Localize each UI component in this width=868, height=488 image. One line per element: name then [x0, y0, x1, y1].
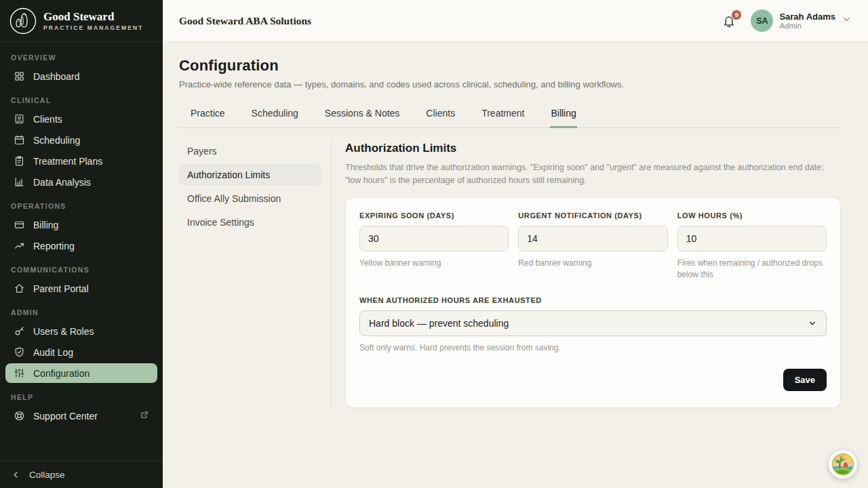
chevron-left-icon — [11, 470, 21, 480]
sidebar-item-label: Audit Log — [33, 347, 73, 358]
content: Configuration Practice-wide reference da… — [163, 42, 868, 488]
section-label-help: HELP — [0, 384, 163, 406]
billing-settings-body: Payers Authorization Limits Office Ally … — [179, 140, 841, 408]
exhausted-label: WHEN AUTHORIZED HOURS ARE EXHAUSTED — [359, 296, 827, 304]
shield-check-icon — [14, 346, 25, 358]
panel-description: Thresholds that drive the authorization … — [345, 161, 841, 188]
sidebar-item-reporting[interactable]: Reporting — [5, 236, 157, 256]
sidebar-item-label: Scheduling — [33, 135, 80, 146]
sidebar-item-dashboard[interactable]: Dashboard — [5, 66, 157, 86]
low-hours-label: LOW HOURS (%) — [677, 211, 827, 220]
tab-sessions-notes[interactable]: Sessions & Notes — [324, 102, 401, 128]
sidebar-item-scheduling[interactable]: Scheduling — [5, 130, 157, 150]
billing-subnav: Payers Authorization Limits Office Ally … — [179, 140, 331, 408]
sidebar-item-users-roles[interactable]: Users & Roles — [5, 321, 157, 341]
home-icon — [14, 283, 25, 294]
app-title: Good Steward ABA Solutions — [179, 15, 311, 27]
field-expiring-soon: EXPIRING SOON (DAYS) Yellow banner warni… — [359, 211, 509, 281]
urgent-notification-helper: Red banner warning — [518, 258, 667, 269]
urgent-notification-input[interactable] — [518, 226, 667, 251]
sidebar-item-label: Parent Portal — [33, 283, 89, 294]
select-chevron-down-icon — [808, 319, 817, 328]
external-link-icon — [140, 410, 149, 422]
exhausted-selected-value: Hard block — prevent scheduling — [369, 318, 509, 329]
clients-icon — [14, 113, 25, 125]
exhausted-helper: Soft only warns. Hard prevents the sessi… — [359, 342, 827, 354]
sliders-icon — [14, 367, 25, 379]
expiring-soon-helper: Yellow banner warning — [359, 258, 509, 269]
notifications-button[interactable]: 9 — [719, 12, 738, 30]
brand-text: Good Steward PRACTICE MANAGEMENT — [43, 10, 144, 32]
credit-card-icon — [14, 219, 25, 230]
sidebar-item-audit-log[interactable]: Audit Log — [5, 342, 157, 362]
panel-title: Authorization Limits — [345, 142, 841, 155]
user-text: Sarah Adams Admin — [779, 12, 835, 30]
main-area: Good Steward ABA Solutions 9 SA Sarah Ad… — [163, 0, 868, 488]
sidebar-item-label: Data Analysis — [33, 177, 91, 188]
topbar-right: 9 SA Sarah Adams Admin — [719, 9, 852, 32]
save-row: Save — [359, 369, 827, 391]
section-label-overview: OVERVIEW — [0, 45, 163, 66]
sidebar-item-configuration[interactable]: Configuration — [5, 363, 157, 383]
sidebar-item-parent-portal[interactable]: Parent Portal — [5, 279, 157, 298]
expiring-soon-input[interactable] — [359, 226, 509, 251]
threshold-fields: EXPIRING SOON (DAYS) Yellow banner warni… — [359, 211, 827, 281]
authorization-limits-panel: Authorization Limits Thresholds that dri… — [332, 140, 841, 408]
dashboard-icon — [14, 70, 25, 82]
low-hours-helper: Fires when remaining / authorized drops … — [677, 258, 827, 281]
tab-treatment[interactable]: Treatment — [481, 102, 525, 128]
subnav-item-invoice-settings[interactable]: Invoice Settings — [179, 211, 321, 233]
subnav-item-authorization-limits[interactable]: Authorization Limits — [179, 164, 321, 186]
section-label-operations: OPERATIONS — [0, 193, 163, 215]
sidebar-item-data-analysis[interactable]: Data Analysis — [5, 172, 157, 192]
collapse-sidebar-button[interactable]: Collapse — [0, 461, 163, 488]
notification-count-badge: 9 — [731, 9, 742, 20]
chevron-down-icon — [842, 14, 852, 27]
topbar: Good Steward ABA Solutions 9 SA Sarah Ad… — [163, 0, 868, 42]
sidebar-item-treatment-plans[interactable]: Treatment Plans — [5, 151, 157, 171]
field-low-hours: LOW HOURS (%) Fires when remaining / aut… — [677, 211, 827, 281]
sidebar-item-label: Clients — [33, 114, 62, 125]
section-label-clinical: CLINICAL — [0, 87, 163, 109]
tab-clients[interactable]: Clients — [425, 102, 456, 128]
authorization-limits-card: EXPIRING SOON (DAYS) Yellow banner warni… — [345, 197, 841, 408]
brand-name: Good Steward — [43, 10, 144, 24]
bar-chart-icon — [14, 176, 25, 188]
sidebar-item-label: Dashboard — [33, 71, 80, 82]
tab-practice[interactable]: Practice — [190, 102, 226, 128]
save-button[interactable]: Save — [783, 369, 827, 391]
section-label-admin: ADMIN — [0, 300, 163, 321]
sidebar-item-label: Reporting — [33, 241, 75, 251]
subnav-item-office-ally-submission[interactable]: Office Ally Submission — [179, 188, 321, 209]
island-widget-button[interactable] — [829, 450, 857, 479]
sidebar-item-support-center[interactable]: Support Center — [5, 406, 157, 426]
collapse-label: Collapse — [29, 470, 65, 480]
tab-billing[interactable]: Billing — [550, 102, 576, 128]
key-icon — [14, 325, 25, 337]
clipboard-icon — [14, 155, 25, 167]
sidebar-item-billing[interactable]: Billing — [5, 215, 157, 235]
calendar-icon — [14, 134, 25, 146]
user-menu[interactable]: SA Sarah Adams Admin — [751, 9, 852, 32]
section-label-communications: COMMUNICATIONS — [0, 257, 163, 279]
sidebar-item-label: Users & Roles — [33, 326, 94, 337]
brand: Good Steward PRACTICE MANAGEMENT — [0, 0, 163, 42]
expiring-soon-label: EXPIRING SOON (DAYS) — [359, 211, 509, 220]
page-title: Configuration — [179, 57, 841, 75]
brand-logo-penguins-icon — [9, 7, 37, 35]
sidebar-item-label: Configuration — [33, 368, 90, 379]
low-hours-input[interactable] — [677, 226, 827, 251]
urgent-notification-label: URGENT NOTIFICATION (DAYS) — [518, 211, 667, 220]
sidebar-nav: OVERVIEW Dashboard CLINICAL Clients Sche… — [0, 42, 163, 461]
config-tabs: Practice Scheduling Sessions & Notes Cli… — [179, 102, 841, 128]
user-name: Sarah Adams — [779, 12, 835, 22]
sidebar-item-label: Support Center — [33, 411, 98, 422]
sidebar-item-clients[interactable]: Clients — [5, 109, 157, 129]
tropical-island-icon — [831, 452, 855, 476]
sidebar: Good Steward PRACTICE MANAGEMENT OVERVIE… — [0, 0, 163, 488]
exhausted-behavior-select[interactable]: Hard block — prevent scheduling — [359, 310, 827, 336]
tab-scheduling[interactable]: Scheduling — [251, 102, 299, 128]
trending-up-icon — [14, 240, 25, 251]
field-urgent-notification: URGENT NOTIFICATION (DAYS) Red banner wa… — [518, 211, 667, 281]
subnav-item-payers[interactable]: Payers — [179, 140, 321, 162]
